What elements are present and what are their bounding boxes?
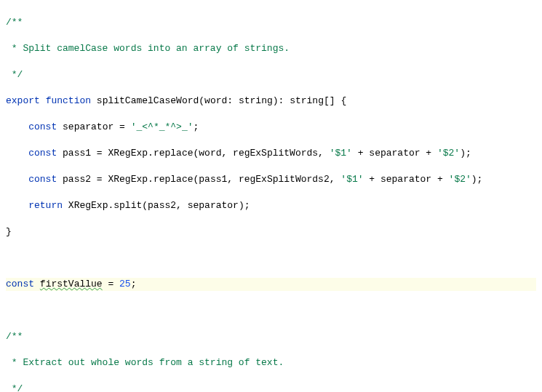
code-line: * Extract out whole words from a string …: [6, 356, 536, 369]
string-literal: '$2': [437, 148, 460, 159]
param-name: word: [204, 95, 227, 106]
code-line: const separator = '_<^*_*^>_';: [6, 121, 536, 134]
code-line-highlighted: const firstVallue = 25;: [6, 278, 536, 291]
call-expr: XRegExp.replace(word, regExSplitWords,: [108, 148, 329, 159]
var-name: pass2: [63, 174, 91, 185]
comment: * Extract out whole words from a string …: [6, 357, 284, 368]
string-literal: '$1': [340, 174, 363, 185]
code-line: }: [6, 225, 536, 239]
keyword-const: const: [28, 121, 57, 132]
comment: */: [6, 69, 23, 80]
param-type: string: [239, 95, 273, 106]
var-name: separator: [63, 121, 113, 132]
code-line: return XRegExp.split(pass2, separator);: [6, 199, 536, 212]
code-line: [6, 252, 536, 265]
code-line: export function splitCamelCaseWord(word:…: [6, 95, 536, 108]
keyword-const: const: [6, 279, 34, 289]
code-line: * Split camelCase words into an array of…: [6, 42, 536, 55]
comment: */: [6, 383, 23, 392]
comment: /**: [6, 17, 23, 28]
keyword-const: const: [28, 148, 57, 159]
string-literal: '_<^*_*^>_': [131, 121, 194, 132]
code-line: const pass1 = XRegExp.replace(word, regE…: [6, 147, 536, 160]
keyword-return: return: [28, 200, 63, 211]
code-line: /**: [6, 16, 536, 29]
comment: * Split camelCase words into an array of…: [6, 43, 290, 54]
return-expr: XRegExp.split(pass2, separator);: [68, 200, 250, 211]
code-line: [6, 304, 536, 317]
string-literal: '$1': [330, 148, 352, 159]
code-editor[interactable]: /** * Split camelCase words into an arra…: [0, 0, 542, 392]
code-line: */: [6, 68, 536, 81]
comment: /**: [6, 331, 23, 342]
code-line: /**: [6, 330, 536, 343]
call-expr: XRegExp.replace(pass1, regExSplitWords2,: [108, 174, 340, 185]
keyword-function: function: [46, 95, 91, 106]
number-literal: 25: [119, 279, 131, 289]
var-name: pass1: [63, 148, 91, 159]
code-line: const pass2 = XRegExp.replace(pass1, reg…: [6, 173, 536, 186]
string-literal: '$2': [449, 174, 471, 185]
code-line: */: [6, 383, 536, 392]
return-type: string[]: [290, 95, 335, 106]
typo-underline[interactable]: firstVallue: [40, 279, 103, 289]
keyword-const: const: [28, 174, 57, 185]
function-name: splitCamelCaseWord: [97, 95, 199, 106]
keyword-export: export: [6, 95, 40, 106]
